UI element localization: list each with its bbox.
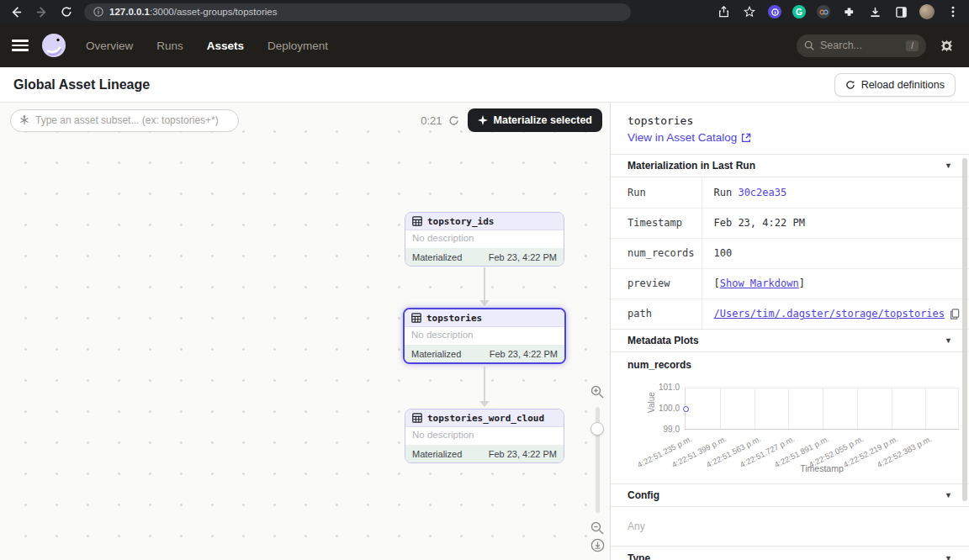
asset-node-description: No description xyxy=(405,327,564,345)
y-tick: 99.0 xyxy=(649,425,680,434)
plot-area: 4:22:51.235 p.m. 4:22:51.399 p.m. 4:22:5… xyxy=(685,388,959,430)
asset-node-status: Materialized xyxy=(412,252,462,262)
zoom-slider[interactable] xyxy=(596,407,600,513)
share-icon[interactable] xyxy=(716,4,731,19)
plot-name: num_records xyxy=(611,352,969,372)
nav-menu-icon[interactable] xyxy=(12,40,29,51)
section-metadata-plots[interactable]: Metadata Plots ▼ xyxy=(611,329,969,352)
config-value: Any xyxy=(611,507,969,546)
settings-gear-icon[interactable] xyxy=(940,39,954,53)
asset-selector-icon xyxy=(19,115,29,125)
nav-item-assets[interactable]: Assets xyxy=(207,40,244,52)
zoom-controls xyxy=(589,383,606,554)
browser-forward-icon[interactable] xyxy=(34,4,49,19)
path-link[interactable]: /Users/tim/.dagster/storage/topstories xyxy=(714,308,945,320)
asset-node-timestamp: Feb 23, 4:22 PM xyxy=(489,449,557,459)
browser-reload-icon[interactable] xyxy=(59,4,74,19)
copy-icon[interactable] xyxy=(950,309,960,320)
extensions-puzzle-icon[interactable] xyxy=(841,4,856,19)
row-label: num_records xyxy=(611,238,702,268)
side-panel-icon[interactable] xyxy=(893,4,908,19)
asset-node-topstory-ids[interactable]: topstory_ids No description Materialized… xyxy=(405,212,564,267)
num-records-chart: Value 101.0 100.0 99.0 4:22:51.235 p.m. … xyxy=(611,372,969,483)
search-icon xyxy=(804,40,814,50)
chevron-down-icon: ▼ xyxy=(945,491,952,499)
asset-details-panel: topstories View in Asset Catalog Materia… xyxy=(611,103,969,560)
reload-definitions-button[interactable]: Reload definitions xyxy=(834,73,956,97)
view-in-asset-catalog-link[interactable]: View in Asset Catalog xyxy=(627,131,952,144)
table-row: preview [Show Markdown] xyxy=(611,268,969,298)
nav-item-deployment[interactable]: Deployment xyxy=(267,40,328,52)
materialize-selected-button[interactable]: Materialize selected xyxy=(468,108,602,132)
view-in-asset-catalog-label: View in Asset Catalog xyxy=(627,131,737,144)
table-icon xyxy=(412,413,422,423)
search-placeholder: Search... xyxy=(820,40,862,51)
table-icon xyxy=(411,313,421,323)
asset-subset-placeholder: Type an asset subset... (ex: topstories+… xyxy=(35,114,219,126)
section-type[interactable]: Type ▼ xyxy=(611,546,969,560)
browser-profile-avatar[interactable] xyxy=(919,4,935,19)
browser-back-icon[interactable] xyxy=(8,4,24,19)
show-markdown-link[interactable]: Show Markdown xyxy=(720,277,799,289)
asset-subset-input[interactable]: Type an asset subset... (ex: topstories+… xyxy=(10,109,239,132)
timestamp-value: Feb 23, 4:22 PM xyxy=(702,208,969,238)
global-search-input[interactable]: Search... / xyxy=(797,34,926,57)
site-info-icon[interactable] xyxy=(93,7,103,17)
asset-node-name: topstories xyxy=(426,313,482,324)
search-shortcut-badge: / xyxy=(906,40,919,51)
zoom-slider-handle[interactable] xyxy=(590,422,604,436)
page-title: Global Asset Lineage xyxy=(13,77,150,92)
nav-item-runs[interactable]: Runs xyxy=(156,40,183,52)
bracket-open: [ xyxy=(714,277,720,289)
browser-menu-kebab-icon[interactable] xyxy=(945,4,961,19)
asset-node-topstories-word-cloud[interactable]: topstories_word_cloud No description Mat… xyxy=(405,409,564,463)
recenter-view-icon[interactable] xyxy=(590,538,605,552)
panel-scrollbar[interactable] xyxy=(962,158,967,501)
bookmark-star-icon[interactable] xyxy=(742,4,757,19)
asset-node-timestamp: Feb 23, 4:22 PM xyxy=(490,349,558,359)
reload-definitions-label: Reload definitions xyxy=(861,79,945,91)
run-prefix: Run xyxy=(714,187,739,198)
num-records-value: 100 xyxy=(702,238,969,268)
nav-item-overview[interactable]: Overview xyxy=(86,40,133,52)
password-extension-icon[interactable] xyxy=(768,5,781,18)
table-row: num_records 100 xyxy=(611,238,969,268)
url-bar[interactable]: 127.0.0.1:3000/asset-groups/topstories xyxy=(84,3,631,21)
refresh-icon[interactable] xyxy=(448,115,459,126)
app-nav: Overview Runs Assets Deployment Search..… xyxy=(0,24,969,67)
table-row: Run Run 30c2ea35 xyxy=(611,177,969,208)
section-title: Metadata Plots xyxy=(627,335,699,346)
asset-node-name: topstories_word_cloud xyxy=(427,413,544,424)
x-axis-label: Timestamp xyxy=(685,463,959,473)
url-host: 127.0.0.1 xyxy=(109,7,150,17)
asset-node-description: No description xyxy=(405,427,564,445)
page-header: Global Asset Lineage Reload definitions xyxy=(0,67,969,103)
grammarly-extension-icon[interactable]: G xyxy=(792,5,806,18)
run-id-link[interactable]: 30c2ea35 xyxy=(738,187,786,198)
downloads-icon[interactable] xyxy=(867,4,882,19)
dagster-logo[interactable] xyxy=(40,32,67,59)
owl-extension-icon[interactable] xyxy=(817,5,830,18)
asset-node-topstories[interactable]: topstories No description Materialized F… xyxy=(403,308,566,364)
materialize-icon xyxy=(478,115,488,125)
bracket-close: ] xyxy=(799,277,805,289)
row-label: Run xyxy=(611,177,702,208)
data-point[interactable] xyxy=(683,406,689,412)
asset-node-name: topstory_ids xyxy=(427,216,494,227)
section-config[interactable]: Config ▼ xyxy=(611,483,969,507)
url-path: :3000/asset-groups/topstories xyxy=(150,7,278,17)
chevron-down-icon: ▼ xyxy=(945,336,952,345)
materialization-table: Run Run 30c2ea35 Timestamp Feb 23, 4:22 … xyxy=(611,177,969,329)
y-tick: 100.0 xyxy=(649,404,680,413)
browser-chrome: 127.0.0.1:3000/asset-groups/topstories G xyxy=(0,0,969,24)
chevron-down-icon: ▼ xyxy=(945,554,952,560)
refresh-timer: 0:21 xyxy=(421,114,458,127)
zoom-in-icon[interactable] xyxy=(590,385,604,399)
chevron-down-icon: ▼ xyxy=(945,161,952,170)
section-title: Type xyxy=(627,552,650,560)
section-title: Config xyxy=(627,489,659,501)
zoom-out-icon[interactable] xyxy=(590,521,604,535)
asset-lineage-graph[interactable]: Type an asset subset... (ex: topstories+… xyxy=(0,103,611,560)
section-materialization-last-run[interactable]: Materialization in Last Run ▼ xyxy=(611,154,969,177)
external-link-icon xyxy=(741,133,751,143)
